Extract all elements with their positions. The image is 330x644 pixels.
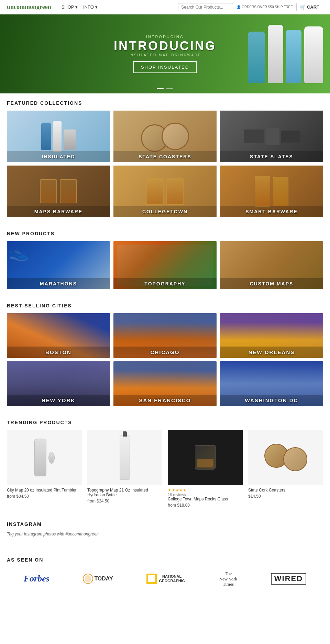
hero-cta-button[interactable]: SHOP INSULATED	[133, 61, 197, 73]
product-price-glass: from $18.00	[168, 503, 243, 508]
new-product-label-topography: TOPOGRAPHY	[113, 278, 217, 289]
press-logos: Forbes TODAY NATIONAL GEOGRAPHIC The New…	[7, 567, 323, 590]
collection-collegetown[interactable]: COLLEGETOWN	[113, 166, 217, 217]
nav-links: SHOP ▾ INFO ▾	[62, 4, 98, 10]
collection-slates[interactable]: STATE SLATES	[220, 111, 323, 162]
as-seen-on-section: AS SEEN ON Forbes TODAY NATIONAL GEOGRAP…	[0, 543, 330, 597]
collections-grid: INSULATED STATE COASTERS STATE SLATES MA…	[7, 111, 323, 217]
city-newyork[interactable]: NEW YORK	[7, 361, 110, 406]
new-products-title: NEW PRODUCTS	[7, 231, 323, 236]
new-product-custom[interactable]: CUSTOM MAPS	[220, 241, 323, 289]
instagram-section: INSTAGRAM Tag your Instagram photos with…	[0, 515, 330, 543]
city-neworleans[interactable]: NEW ORLEANS	[220, 313, 323, 358]
collection-label-smart-barware: SMART BARWARE	[220, 206, 323, 217]
city-label-boston: BOSTON	[7, 347, 110, 358]
hero-intro: INTRODUCING	[114, 35, 216, 39]
trending-products: TRENDING PRODUCTS City Map 20 oz Insulat…	[0, 413, 330, 515]
new-products-grid: 👟 MARATHONS TOPOGRAPHY CUSTOM MAPS	[7, 241, 323, 289]
product-name-bottle: Topography Map 21 Oz Insulated Hydration…	[87, 488, 162, 497]
orders-badge: 👤 ORDERS OVER $50 SHIP FREE	[236, 5, 293, 9]
instagram-tag: Tag your Instagram photos with #uncommon…	[7, 532, 323, 536]
hero-dots	[157, 88, 173, 89]
product-price-bottle: from $34.50	[87, 499, 162, 504]
product-img-glass	[168, 430, 243, 485]
product-name-coaster: State Cork Coasters	[248, 488, 323, 493]
trending-products-grid: City Map 20 oz Insulated Pint Tumbler fr…	[7, 430, 323, 508]
press-forbes: Forbes	[24, 574, 50, 584]
hero-subtitle: INSULATED MAP DRINKWARE	[114, 53, 216, 57]
collection-label-collegetown: COLLEGETOWN	[113, 206, 217, 217]
press-natgeo-label: NATIONAL GEOGRAPHIC	[158, 574, 186, 583]
best-selling-title: BEST-SELLING CITIES	[7, 303, 323, 308]
navigation: uncommongreen SHOP ▾ INFO ▾ 👤 ORDERS OVE…	[0, 0, 330, 14]
product-img-tumbler	[7, 430, 82, 485]
collection-label-slates: STATE SLATES	[220, 151, 323, 162]
product-coaster[interactable]: State Cork Coasters $14.50	[248, 430, 323, 508]
product-name-tumbler: City Map 20 oz Insulated Pint Tumbler	[7, 488, 82, 493]
bottle-3	[286, 30, 301, 83]
bottle-2	[268, 25, 283, 83]
product-stars-glass: ★★★★★	[168, 488, 243, 493]
cities-grid-bottom: NEW YORK SAN FRANCISCO WASHINGTON DC	[7, 361, 323, 406]
cities-grid-top: BOSTON CHICAGO NEW ORLEANS	[7, 313, 323, 358]
product-price-coaster: $14.50	[248, 494, 323, 499]
bottle-4	[304, 26, 323, 83]
site-logo[interactable]: uncommongreen	[7, 3, 51, 11]
city-label-washingtondc: WASHINGTON DC	[220, 395, 323, 406]
collection-coasters[interactable]: STATE COASTERS	[113, 111, 217, 162]
nav-right: 👤 ORDERS OVER $50 SHIP FREE 🛒 CART	[178, 3, 323, 11]
collection-barware[interactable]: MAPS BARWARE	[7, 166, 110, 217]
hero-banner: INTRODUCING INTRODUCING INSULATED MAP DR…	[0, 14, 330, 93]
hero-dot-1[interactable]	[157, 88, 164, 89]
today-icon	[83, 574, 93, 584]
collection-label-barware: MAPS BARWARE	[7, 206, 110, 217]
as-seen-title: AS SEEN ON	[7, 557, 323, 563]
city-label-chicago: CHICAGO	[113, 347, 217, 358]
new-product-topography[interactable]: TOPOGRAPHY	[113, 241, 217, 289]
city-sanfrancisco[interactable]: SAN FRANCISCO	[113, 361, 217, 406]
hero-bottles	[210, 14, 330, 93]
city-label-sanfrancisco: SAN FRANCISCO	[113, 395, 217, 406]
hero-title: INTRODUCING	[114, 39, 216, 53]
product-img-coaster	[248, 430, 323, 485]
product-img-bottle	[87, 430, 162, 485]
hero-content: INTRODUCING INTRODUCING INSULATED MAP DR…	[114, 35, 216, 73]
press-today: TODAY	[83, 574, 113, 584]
press-wired: WIRED	[271, 573, 306, 585]
new-products-section: NEW PRODUCTS 👟 MARATHONS TOPOGRAPHY CUST…	[0, 224, 330, 296]
city-chicago[interactable]: CHICAGO	[113, 313, 217, 358]
collection-smart-barware[interactable]: SMART BARWARE	[220, 166, 323, 217]
press-natgeo: NATIONAL GEOGRAPHIC	[146, 574, 186, 584]
nav-info[interactable]: INFO ▾	[83, 4, 98, 10]
product-tumbler[interactable]: City Map 20 oz Insulated Pint Tumbler fr…	[7, 430, 82, 508]
collection-label-coasters: STATE COASTERS	[113, 151, 217, 162]
city-label-newyork: NEW YORK	[7, 395, 110, 406]
trending-title: TRENDING PRODUCTS	[7, 420, 323, 425]
cart-button[interactable]: 🛒 CART	[296, 3, 323, 11]
hero-dot-2[interactable]	[166, 88, 173, 89]
orders-icon: 👤	[236, 5, 241, 9]
product-reviews-glass: 18 reviews	[168, 493, 243, 497]
press-nyt: The New York Times	[219, 571, 238, 587]
search-input[interactable]	[178, 3, 233, 11]
city-boston[interactable]: BOSTON	[7, 313, 110, 358]
city-label-neworleans: NEW ORLEANS	[220, 347, 323, 358]
best-selling-cities: BEST-SELLING CITIES BOSTON CHICAGO NEW O…	[0, 296, 330, 413]
city-washingtondc[interactable]: WASHINGTON DC	[220, 361, 323, 406]
natgeo-icon	[146, 574, 157, 584]
bottle-1	[248, 32, 265, 83]
nav-shop[interactable]: SHOP ▾	[62, 4, 78, 10]
new-product-marathons[interactable]: 👟 MARATHONS	[7, 241, 110, 289]
press-today-label: TODAY	[94, 576, 113, 582]
product-price-tumbler: from $34.50	[7, 494, 82, 499]
new-product-label-marathons: MARATHONS	[7, 278, 110, 289]
svg-point-1	[85, 575, 91, 582]
product-bottle[interactable]: Topography Map 21 Oz Insulated Hydration…	[87, 430, 162, 508]
collection-insulated[interactable]: INSULATED	[7, 111, 110, 162]
collection-label-insulated: INSULATED	[7, 151, 110, 162]
cart-icon: 🛒	[300, 4, 306, 10]
product-glass[interactable]: ★★★★★ 18 reviews College Town Maps Rocks…	[168, 430, 243, 508]
new-product-label-custom: CUSTOM MAPS	[220, 278, 323, 289]
featured-title: FEATURED COLLECTIONS	[7, 100, 323, 106]
instagram-title: INSTAGRAM	[7, 521, 323, 527]
